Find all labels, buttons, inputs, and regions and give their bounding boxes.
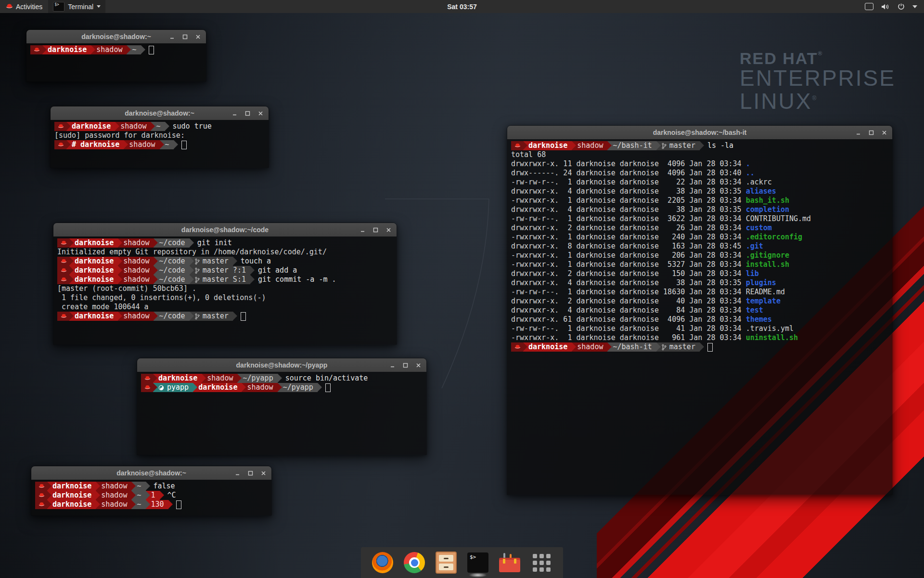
terminal-line: darknoiseshadow~/codegit init (57, 238, 393, 248)
minimize-button[interactable] (234, 470, 241, 477)
close-button[interactable] (415, 362, 422, 369)
prompt-segment-user: darknoise (69, 275, 118, 284)
maximize-button[interactable] (868, 129, 875, 136)
terminal-content[interactable]: darknoiseshadow~falsedarknoiseshadow~1^C… (31, 480, 271, 515)
prompt-segment-path: ~/code (154, 238, 189, 248)
terminal-icon: $> (467, 552, 488, 573)
maximize-button[interactable] (402, 362, 409, 369)
display-icon[interactable] (865, 3, 873, 10)
dock-item-chrome[interactable] (403, 552, 425, 574)
prompt-segment-hat (35, 482, 47, 491)
dock-item-toolbox[interactable] (499, 552, 521, 574)
terminal-content[interactable]: darknoiseshadow~/bash-itmasterls -latota… (507, 139, 892, 495)
close-button[interactable] (257, 110, 264, 117)
prompt-segment-git: master ?:1 (190, 266, 250, 275)
system-menu-chevron-icon[interactable] (912, 5, 917, 8)
minimize-button[interactable] (359, 226, 366, 234)
ls-entry-name: .. (746, 169, 755, 178)
close-button[interactable] (194, 33, 202, 40)
terminal-content[interactable]: darknoiseshadow~sudo true[sudo] password… (51, 120, 269, 168)
prompt-segment-hat (511, 342, 523, 352)
dock-item-firefox[interactable] (372, 552, 394, 574)
maximize-button[interactable] (244, 110, 251, 117)
minimize-button[interactable] (389, 362, 396, 369)
app-menu[interactable]: $> Terminal (48, 0, 105, 13)
ls-entry-name: .travis.yml (746, 324, 794, 333)
minimize-button[interactable] (855, 129, 862, 136)
redhat-icon (34, 47, 40, 53)
prompt-segment-host: shadow (115, 122, 151, 131)
prompt-segment-hat (57, 238, 69, 248)
window-titlebar[interactable]: darknoise@shadow:~ (31, 466, 271, 480)
terminal-content[interactable]: darknoiseshadow~/pyappsource bin/activat… (137, 372, 426, 455)
terminal-content[interactable]: darknoiseshadow~ (26, 43, 206, 81)
terminal-line: drwxrwxr-x. 4 darknoise darknoise 38 Jan… (511, 205, 888, 214)
dock-item-file-manager[interactable] (435, 552, 457, 574)
prompt-segment-hat (511, 141, 523, 150)
window-titlebar[interactable]: darknoise@shadow:~ (51, 106, 269, 120)
minimize-button[interactable] (168, 33, 176, 40)
window-title: darknoise@shadow:~/bash-it (507, 129, 892, 136)
prompt-segment-host: shadow (118, 312, 154, 321)
window-titlebar[interactable]: darknoise@shadow:~ (26, 30, 206, 43)
prompt-segment-user: # darknoise (66, 140, 124, 149)
terminal-line: darknoiseshadow~false (35, 482, 268, 491)
close-button[interactable] (881, 129, 888, 136)
volume-icon[interactable] (881, 3, 890, 10)
ls-entry-name: lib (746, 269, 759, 278)
prompt-segment-host: shadow (572, 141, 607, 150)
git-branch-icon (195, 313, 200, 320)
close-button[interactable] (385, 226, 392, 234)
terminal-window-pyapp: darknoise@shadow:~/pyapp darknoiseshadow… (137, 358, 427, 455)
terminal-line: # darknoiseshadow~ (54, 140, 265, 149)
prompt-segment-host: shadow (202, 374, 237, 383)
activities-button[interactable]: Activities (0, 0, 48, 13)
close-button[interactable] (260, 470, 267, 477)
git-branch-icon (662, 344, 667, 351)
terminal-line: darknoiseshadow~sudo true (54, 122, 265, 131)
terminal-line: drwxrwxr-x. 4 darknoise darknoise 84 Jan… (511, 306, 888, 315)
power-icon[interactable] (898, 3, 905, 10)
minimize-button[interactable] (231, 110, 238, 117)
maximize-button[interactable] (372, 226, 379, 234)
ls-entry-name: . (746, 159, 750, 169)
prompt-segment-git: master (656, 342, 700, 352)
maximize-button[interactable] (181, 33, 189, 40)
prompt-segment-user: darknoise (69, 266, 118, 275)
prompt-segment-path: ~/code (154, 275, 189, 284)
prompt-segment-path: ~/code (154, 312, 189, 321)
clock[interactable]: Sat 03:57 (0, 3, 924, 11)
terminal-line: -rw-rw-r--. 1 darknoise darknoise 3622 J… (511, 214, 888, 223)
terminal-line: 1 file changed, 0 insertions(+), 0 delet… (57, 293, 393, 302)
prompt-segment-hat (57, 257, 69, 266)
window-titlebar[interactable]: darknoise@shadow:~/code (53, 223, 397, 236)
prompt-segment-user: darknoise (47, 491, 96, 500)
prompt-segment-user: darknoise (69, 312, 118, 321)
ls-entry-name: .gitignore (746, 251, 789, 260)
dock-item-terminal[interactable]: $> (467, 552, 489, 574)
prompt-segment-user: darknoise (153, 374, 202, 383)
app-menu-label: Terminal (68, 3, 93, 11)
terminal-line: drwxrwxr-x. 4 darknoise darknoise 38 Jan… (511, 278, 888, 288)
prompt-segment-venv: pyapp (153, 383, 193, 392)
git-branch-icon (195, 276, 200, 283)
redhat-icon (144, 376, 151, 381)
top-bar: Activities $> Terminal Sat 03:57 (0, 0, 924, 13)
rhel-logo: RED HAT® ENTERPRISE LINUX® (740, 50, 896, 113)
prompt-segment-host: shadow (572, 342, 607, 352)
prompt-segment-user: darknoise (69, 257, 118, 266)
prompt-segment-host: shadow (96, 482, 131, 491)
prompt-segment-git: master (656, 141, 700, 150)
terminal-line: -rwxrwxr-x. 1 darknoise darknoise 2205 J… (511, 196, 888, 205)
redhat-icon (38, 484, 45, 489)
dock-item-app-grid[interactable] (530, 552, 552, 574)
terminal-line: -rwxrwxr-x. 1 darknoise darknoise 5327 J… (511, 260, 888, 269)
window-titlebar[interactable]: darknoise@shadow:~/bash-it (507, 126, 892, 139)
prompt-segment-host: shadow (118, 275, 154, 284)
terminal-line: darknoiseshadow~1^C (35, 491, 268, 500)
prompt-segment-git: master S:1 (190, 275, 250, 284)
window-titlebar[interactable]: darknoise@shadow:~/pyapp (137, 358, 426, 372)
redhat-icon (61, 240, 67, 246)
maximize-button[interactable] (247, 470, 254, 477)
terminal-content[interactable]: darknoiseshadow~/codegit initInitialized… (53, 236, 397, 344)
